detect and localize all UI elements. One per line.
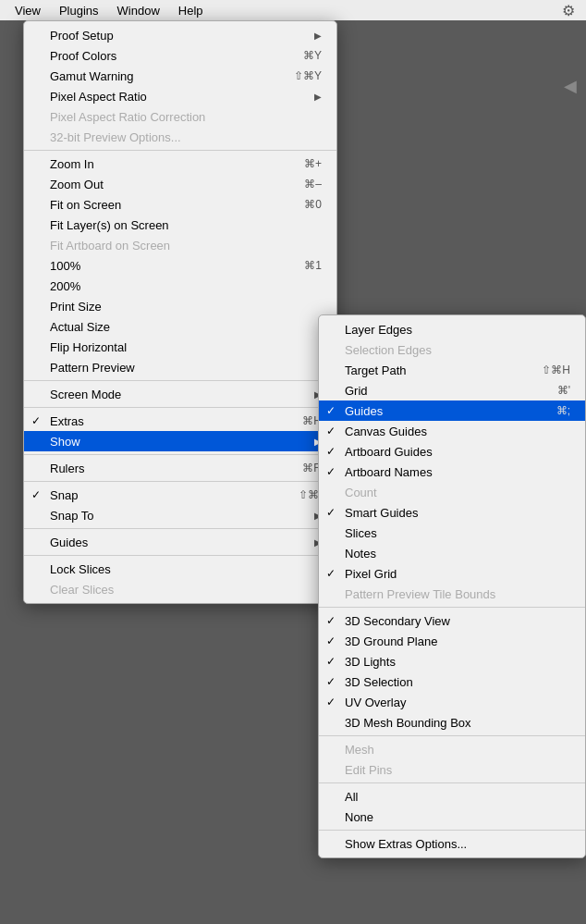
menu-item-actual-size[interactable]: Actual Size bbox=[24, 316, 336, 337]
show-item-label: Smart Guides bbox=[345, 506, 418, 520]
show-submenu: Layer Edges Selection Edges Target Path … bbox=[318, 314, 586, 858]
separator-3 bbox=[319, 782, 585, 783]
menubar-view[interactable]: View bbox=[7, 2, 48, 19]
show-item-label: 3D Secondary View bbox=[345, 614, 450, 628]
shortcut: ⇧⌘Y bbox=[294, 69, 322, 82]
separator-2 bbox=[319, 735, 585, 736]
show-item-show-extras-options[interactable]: Show Extras Options... bbox=[319, 833, 585, 854]
menu-item-label: Pixel Aspect Ratio Correction bbox=[50, 110, 205, 124]
show-item-all[interactable]: All bbox=[319, 786, 585, 807]
menu-item-proof-colors[interactable]: Proof Colors ⌘Y bbox=[24, 45, 336, 66]
menu-item-fit-layers-on-screen[interactable]: Fit Layer(s) on Screen bbox=[24, 215, 336, 235]
show-item-artboard-names[interactable]: ✓ Artboard Names bbox=[319, 462, 585, 482]
menu-item-label: Fit Artboard on Screen bbox=[50, 239, 170, 253]
shortcut: ⇧⌘H bbox=[542, 363, 570, 376]
show-item-label: Selection Edges bbox=[345, 343, 432, 357]
separator-3 bbox=[24, 407, 336, 408]
show-item-label: Target Path bbox=[345, 363, 407, 377]
shortcut: ⌘– bbox=[304, 178, 322, 191]
menu-item-label: Pixel Aspect Ratio bbox=[50, 90, 147, 104]
show-item-3d-secondary-view[interactable]: ✓ 3D Secondary View bbox=[319, 610, 585, 631]
show-item-label: Layer Edges bbox=[345, 323, 412, 337]
menu-item-label: Proof Colors bbox=[50, 49, 116, 63]
menu-item-pattern-preview[interactable]: Pattern Preview bbox=[24, 357, 336, 377]
menu-item-extras[interactable]: ✓ Extras ⌘H bbox=[24, 411, 336, 431]
show-item-layer-edges[interactable]: Layer Edges bbox=[319, 319, 585, 339]
show-item-notes[interactable]: Notes bbox=[319, 543, 585, 563]
menu-item-label: Zoom Out bbox=[50, 178, 104, 191]
check-icon: ✓ bbox=[326, 614, 336, 627]
app-icon: ⚙ bbox=[562, 2, 579, 18]
menu-item-pixel-aspect-ratio[interactable]: Pixel Aspect Ratio ▶ bbox=[24, 86, 336, 106]
show-item-canvas-guides[interactable]: ✓ Canvas Guides bbox=[319, 421, 585, 441]
menu-item-proof-setup[interactable]: Proof Setup ▶ bbox=[24, 25, 336, 45]
check-icon: ✓ bbox=[326, 675, 336, 688]
check-icon: ✓ bbox=[326, 445, 336, 458]
show-item-none[interactable]: None bbox=[319, 807, 585, 827]
menu-item-label: Guides bbox=[50, 536, 88, 549]
menu-item-screen-mode[interactable]: Screen Mode ▶ bbox=[24, 384, 336, 404]
menu-item-lock-slices[interactable]: Lock Slices bbox=[24, 559, 336, 579]
menu-item-zoom-in[interactable]: Zoom In ⌘+ bbox=[24, 154, 336, 174]
show-item-label: Mesh bbox=[345, 743, 374, 757]
menu-item-guides[interactable]: Guides ▶ bbox=[24, 532, 336, 552]
show-item-3d-selection[interactable]: ✓ 3D Selection bbox=[319, 671, 585, 692]
show-item-label: 3D Lights bbox=[345, 655, 396, 669]
show-item-slices[interactable]: Slices bbox=[319, 523, 585, 543]
menu-item-label: 100% bbox=[50, 259, 80, 273]
show-item-3d-lights[interactable]: ✓ 3D Lights bbox=[319, 651, 585, 671]
separator-1 bbox=[24, 150, 336, 151]
show-item-target-path[interactable]: Target Path ⇧⌘H bbox=[319, 360, 585, 380]
menu-item-print-size[interactable]: Print Size bbox=[24, 296, 336, 316]
menu-item-rulers[interactable]: Rulers ⌘R bbox=[24, 458, 336, 478]
show-item-uv-overlay[interactable]: ✓ UV Overlay bbox=[319, 692, 585, 712]
separator-6 bbox=[24, 528, 336, 529]
menu-item-label: Snap bbox=[50, 488, 78, 502]
menu-item-label: Snap To bbox=[50, 509, 93, 523]
show-item-artboard-guides[interactable]: ✓ Artboard Guides bbox=[319, 441, 585, 462]
menu-item-label: Rulers bbox=[50, 462, 85, 475]
menu-item-pixel-aspect-ratio-correction: Pixel Aspect Ratio Correction bbox=[24, 106, 336, 127]
check-icon: ✓ bbox=[326, 634, 336, 647]
show-item-grid[interactable]: Grid ⌘' bbox=[319, 380, 585, 400]
show-item-label: Pixel Grid bbox=[345, 567, 397, 581]
menu-item-fit-artboard-on-screen: Fit Artboard on Screen bbox=[24, 235, 336, 255]
show-item-smart-guides[interactable]: ✓ Smart Guides bbox=[319, 502, 585, 523]
show-item-selection-edges: Selection Edges bbox=[319, 339, 585, 360]
menu-item-label: 200% bbox=[50, 279, 80, 293]
show-item-label: 3D Mesh Bounding Box bbox=[345, 716, 471, 730]
show-item-edit-pins: Edit Pins bbox=[319, 759, 585, 780]
check-icon: ✓ bbox=[326, 655, 336, 668]
show-item-pixel-grid[interactable]: ✓ Pixel Grid bbox=[319, 563, 585, 584]
menu-item-label: Show bbox=[50, 435, 80, 449]
separator-4 bbox=[319, 830, 585, 831]
check-icon: ✓ bbox=[31, 488, 41, 501]
menubar-plugins[interactable]: Plugins bbox=[52, 2, 106, 19]
show-item-3d-ground-plane[interactable]: ✓ 3D Ground Plane bbox=[319, 631, 585, 651]
shortcut: ⌘+ bbox=[304, 157, 322, 170]
menu-item-snap[interactable]: ✓ Snap ⇧⌘; bbox=[24, 485, 336, 505]
menubar-help[interactable]: Help bbox=[171, 2, 211, 19]
menu-item-200pct[interactable]: 200% bbox=[24, 276, 336, 296]
separator-1 bbox=[319, 607, 585, 608]
show-item-mesh: Mesh bbox=[319, 739, 585, 759]
menu-item-label: Fit Layer(s) on Screen bbox=[50, 218, 169, 232]
menu-item-show[interactable]: Show ▶ bbox=[24, 431, 336, 451]
menubar-window[interactable]: Window bbox=[110, 2, 167, 19]
menu-item-zoom-out[interactable]: Zoom Out ⌘– bbox=[24, 174, 336, 194]
menu-item-fit-on-screen[interactable]: Fit on Screen ⌘0 bbox=[24, 194, 336, 215]
camera-icon: ◀ bbox=[564, 76, 577, 96]
show-item-pattern-preview-tile-bounds: Pattern Preview Tile Bounds bbox=[319, 584, 585, 604]
show-item-label: Show Extras Options... bbox=[345, 837, 467, 851]
show-item-3d-mesh-bounding-box[interactable]: 3D Mesh Bounding Box bbox=[319, 712, 585, 733]
show-item-label: 3D Selection bbox=[345, 675, 413, 689]
menu-item-label: Extras bbox=[50, 414, 84, 428]
menu-item-snap-to[interactable]: Snap To ▶ bbox=[24, 505, 336, 525]
menu-item-gamut-warning[interactable]: Gamut Warning ⇧⌘Y bbox=[24, 66, 336, 86]
separator-7 bbox=[24, 555, 336, 556]
menu-item-flip-horizontal[interactable]: Flip Horizontal bbox=[24, 337, 336, 357]
shortcut: ⌘; bbox=[556, 404, 570, 417]
menu-item-100pct[interactable]: 100% ⌘1 bbox=[24, 255, 336, 276]
show-item-guides[interactable]: ✓ Guides ⌘; bbox=[319, 400, 585, 421]
shortcut: ⌘' bbox=[557, 384, 570, 397]
